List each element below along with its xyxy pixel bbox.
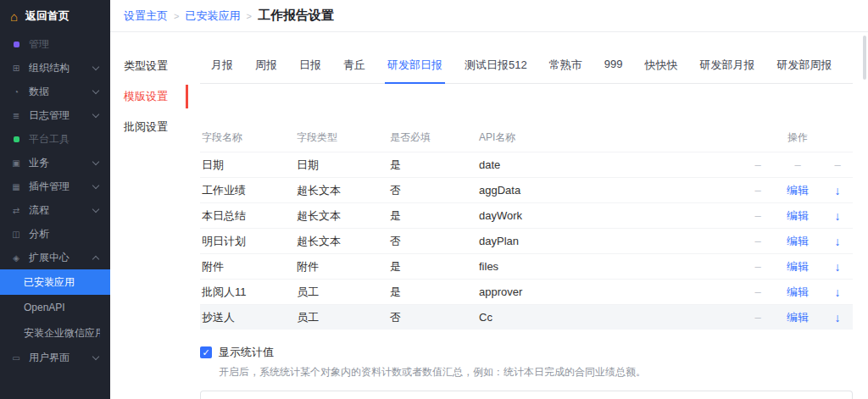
settings-content: 类型设置模版设置批阅设置 月报周报日报青丘研发部日报测试日报512常熟市999快…: [110, 32, 868, 399]
sidebar-item-label: 平台工具: [29, 132, 100, 147]
table-row: 附件附件是files–编辑↓: [200, 253, 853, 279]
report-tab[interactable]: 快快快: [633, 49, 688, 83]
scrollbar-thumb[interactable]: [863, 36, 866, 80]
next-section-panel: [200, 391, 853, 399]
report-tab[interactable]: 研发部周报: [765, 49, 843, 83]
report-tab[interactable]: 999: [593, 49, 634, 83]
move-down-icon[interactable]: ↓: [822, 311, 853, 324]
report-type-tabs: 月报周报日报青丘研发部日报测试日报512常熟市999快快快研发部月报研发部周报: [200, 49, 853, 84]
sidebar-item-flow[interactable]: ⇄流程: [0, 198, 110, 222]
field-type-cell: 员工: [297, 310, 390, 325]
edit-link[interactable]: 编辑: [782, 259, 813, 274]
settings-menu-item-template-settings[interactable]: 模版设置: [110, 81, 188, 112]
table-header-cell: 操作: [743, 130, 853, 145]
op-disabled-dash: –: [743, 184, 773, 197]
report-tab[interactable]: 日报: [288, 49, 332, 83]
sidebar-nav: 管理⊞组织结构◔数据≣日志管理平台工具▣业务▦插件管理⇄流程◫分析◈扩展中心已安…: [0, 32, 110, 369]
back-to-home-button[interactable]: ⌂ 返回首页: [0, 0, 110, 32]
sidebar-item-openapi[interactable]: OpenAPI: [0, 295, 110, 320]
breadcrumb-link[interactable]: 已安装应用: [185, 8, 240, 24]
sidebar-item-installed-apps[interactable]: 已安装应用: [0, 269, 110, 295]
edit-link[interactable]: 编辑: [782, 208, 813, 224]
op-disabled-dash: –: [822, 158, 853, 171]
sidebar: ⌂ 返回首页 管理⊞组织结构◔数据≣日志管理平台工具▣业务▦插件管理⇄流程◫分析…: [0, 0, 110, 399]
row-operations: –编辑↓: [743, 310, 853, 325]
op-disabled-dash: –: [743, 235, 773, 247]
chevron-down-icon: [92, 88, 100, 96]
template-settings-panel: 月报周报日报青丘研发部日报测试日报512常熟市999快快快研发部月报研发部周报 …: [188, 32, 868, 399]
sidebar-item-org-structure[interactable]: ⊞组织结构: [0, 56, 110, 80]
sidebar-item-plugin-management[interactable]: ▦插件管理: [0, 175, 110, 198]
sidebar-item-extension-center[interactable]: ◈扩展中心: [0, 246, 110, 269]
main-area: 设置主页>已安装应用>工作报告设置 类型设置模版设置批阅设置 月报周报日报青丘研…: [110, 0, 868, 399]
sidebar-item-label: 插件管理: [29, 180, 86, 194]
edit-link[interactable]: 编辑: [782, 183, 813, 198]
table-header-cell: 字段类型: [297, 130, 390, 145]
sidebar-item-label: 日志管理: [29, 108, 86, 123]
breadcrumb-separator: >: [246, 11, 251, 21]
table-row: 工作业绩超长文本否aggData–编辑↓: [200, 177, 853, 202]
home-icon: ⌂: [10, 10, 18, 23]
sidebar-item-admin[interactable]: 管理: [0, 32, 110, 56]
sidebar-item-platform-tools[interactable]: 平台工具: [0, 127, 110, 151]
api-name-cell: date: [479, 158, 743, 171]
op-disabled-dash: –: [743, 285, 773, 298]
show-stats-label[interactable]: 显示统计值: [219, 345, 274, 360]
sidebar-item-log-management[interactable]: ≣日志管理: [0, 103, 110, 127]
chevron-down-icon: [92, 112, 100, 119]
report-tab[interactable]: 周报: [244, 49, 288, 83]
sidebar-item-business[interactable]: ▣业务: [0, 151, 110, 175]
sidebar-item-label: 安装企业微信应用: [24, 326, 100, 341]
sidebar-item-user-interface[interactable]: ▭用户界面: [0, 346, 110, 369]
report-tab[interactable]: 研发部月报: [688, 49, 765, 83]
api-name-cell: Cc: [479, 311, 743, 324]
settings-menu-item-review-settings[interactable]: 批阅设置: [110, 112, 188, 142]
field-name-cell: 本日总结: [202, 208, 297, 224]
sidebar-item-data[interactable]: ◔数据: [0, 80, 110, 103]
required-cell: 是: [390, 158, 479, 173]
admin-dot-icon: [10, 40, 22, 49]
sidebar-item-label: OpenAPI: [24, 302, 100, 313]
field-type-cell: 员工: [297, 285, 390, 300]
report-tab[interactable]: 测试日报512: [453, 49, 538, 83]
api-name-cell: files: [479, 260, 743, 273]
move-down-icon[interactable]: ↓: [822, 209, 853, 223]
field-type-cell: 超长文本: [297, 208, 390, 224]
report-tab[interactable]: 研发部日报: [376, 49, 453, 83]
required-cell: 是: [390, 208, 479, 224]
sidebar-item-label: 组织结构: [29, 61, 86, 75]
breadcrumb-link[interactable]: 设置主页: [124, 8, 168, 24]
report-tab[interactable]: 常熟市: [538, 49, 593, 83]
settings-menu-item-type-settings[interactable]: 类型设置: [110, 51, 188, 81]
platform-tools-icon: [10, 135, 22, 144]
row-operations: –编辑↓: [743, 208, 853, 224]
move-down-icon[interactable]: ↓: [822, 184, 853, 197]
field-type-cell: 日期: [297, 158, 390, 173]
chevron-down-icon: [92, 159, 100, 167]
required-cell: 否: [390, 234, 479, 249]
move-down-icon[interactable]: ↓: [822, 285, 853, 299]
op-disabled-dash: –: [743, 260, 773, 273]
report-tab[interactable]: 青丘: [332, 49, 376, 83]
edit-link[interactable]: 编辑: [782, 285, 813, 300]
field-name-cell: 批阅人11: [202, 285, 297, 300]
move-down-icon[interactable]: ↓: [822, 260, 853, 274]
required-cell: 否: [390, 310, 479, 325]
table-row: 明日计划超长文本否dayPlan–编辑↓: [200, 228, 853, 253]
chevron-down-icon: [92, 64, 100, 72]
edit-link[interactable]: 编辑: [782, 310, 813, 325]
field-name-cell: 明日计划: [202, 234, 297, 249]
row-operations: –编辑↓: [743, 183, 853, 198]
api-name-cell: aggData: [479, 184, 743, 197]
sidebar-item-install-wecom-app[interactable]: 安装企业微信应用: [0, 320, 110, 346]
report-tab[interactable]: 月报: [200, 49, 244, 83]
settings-side-menu: 类型设置模版设置批阅设置: [110, 32, 188, 399]
move-down-icon[interactable]: ↓: [822, 235, 853, 248]
sidebar-item-analysis[interactable]: ◫分析: [0, 222, 110, 246]
sidebar-item-label: 已安装应用: [24, 275, 100, 290]
required-cell: 是: [390, 259, 479, 274]
edit-link[interactable]: 编辑: [782, 234, 813, 249]
show-stats-checkbox[interactable]: ✓: [200, 346, 212, 358]
stats-section: ✓ 显示统计值 开启后，系统统计某个对象内的资料计数或者数值汇总，例如：统计本日…: [200, 345, 853, 380]
breadcrumb-current: 工作报告设置: [258, 8, 334, 24]
